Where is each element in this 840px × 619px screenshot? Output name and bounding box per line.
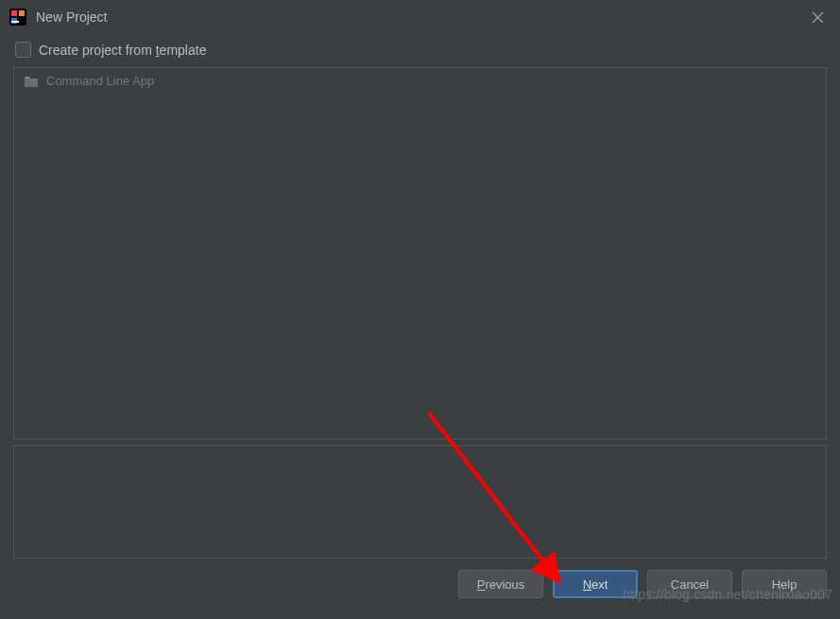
template-checkbox-row: Create project from template [0,34,840,67]
list-item[interactable]: Command Line App [14,68,826,94]
svg-rect-4 [11,21,19,23]
label-text: emplate [160,43,207,58]
svg-rect-2 [19,10,25,16]
window-title: New Project [36,9,804,25]
template-list[interactable]: Command Line App [13,67,827,439]
description-area [13,445,827,559]
svg-rect-1 [11,10,17,16]
titlebar: New Project [0,0,840,34]
watermark: https://blog.csdn.net/chenlixiao007 [623,587,832,602]
close-button[interactable] [804,4,831,30]
template-checkbox[interactable] [15,42,31,58]
label-text: revious [485,577,524,592]
list-item-label: Command Line App [46,74,154,88]
close-icon [812,11,824,24]
app-icon [9,9,26,26]
label-text: ext [591,577,608,592]
previous-button[interactable]: Previous [458,570,543,598]
template-checkbox-label[interactable]: Create project from template [39,43,206,58]
mnemonic: P [477,577,486,592]
label-text: Create project from [39,43,156,58]
content-area: Command Line App [13,67,827,559]
mnemonic: N [583,577,591,592]
folder-icon [24,75,39,88]
